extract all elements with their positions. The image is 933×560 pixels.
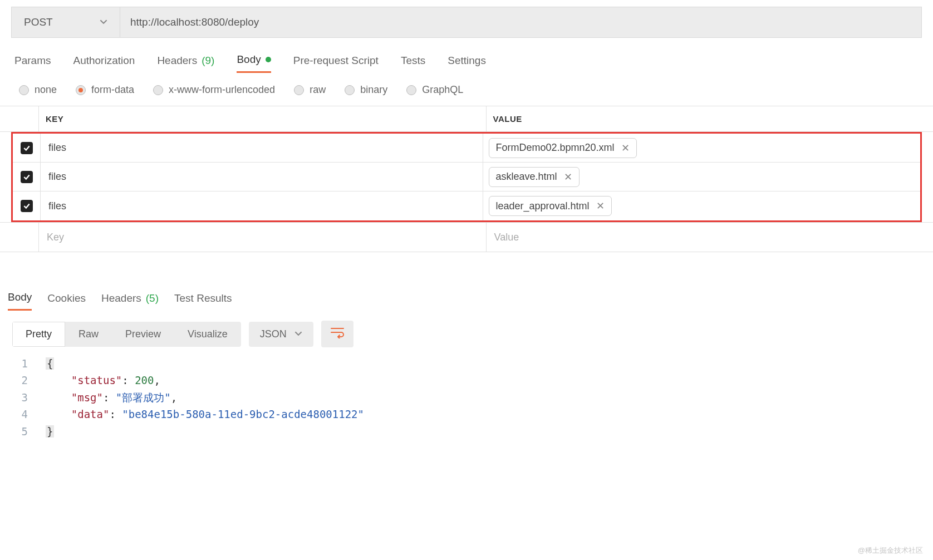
tab-authorization[interactable]: Authorization <box>73 53 135 73</box>
tab-params[interactable]: Params <box>14 53 51 73</box>
line-number: 5 <box>0 423 46 440</box>
tab-headers[interactable]: Headers (9) <box>157 53 214 73</box>
form-data-empty-row: Key Value <box>0 222 933 252</box>
tab-tests[interactable]: Tests <box>401 53 425 73</box>
response-format-select[interactable]: JSON <box>249 322 313 347</box>
row-value-cell: askleave.html ✕ <box>483 163 921 191</box>
checkmark-icon <box>21 171 33 183</box>
response-headers-count: (5) <box>146 292 159 304</box>
view-mode-group: Pretty Raw Preview Visualize <box>12 322 241 347</box>
row-checkbox[interactable] <box>13 163 41 191</box>
file-chip[interactable]: leader_approval.html ✕ <box>489 196 612 216</box>
form-data-row: files FormDemo02.bpmn20.xml ✕ <box>13 134 920 163</box>
response-tab-headers[interactable]: Headers (5) <box>101 291 159 311</box>
checkmark-icon <box>21 142 33 154</box>
view-pretty-button[interactable]: Pretty <box>12 322 65 347</box>
view-raw-button[interactable]: Raw <box>65 322 112 347</box>
file-name: FormDemo02.bpmn20.xml <box>496 142 615 154</box>
chevron-down-icon <box>100 16 107 28</box>
form-data-row: files leader_approval.html ✕ <box>13 191 920 220</box>
response-tabs: Body Cookies Headers (5) Test Results <box>0 252 933 311</box>
tab-settings[interactable]: Settings <box>448 53 486 73</box>
row-key-input[interactable]: files <box>41 191 483 220</box>
row-key-input[interactable]: files <box>41 163 483 191</box>
tab-pre-request-script[interactable]: Pre-request Script <box>293 53 379 73</box>
code-line: 4 "data": "be84e15b-580a-11ed-9bc2-acde4… <box>0 406 933 423</box>
code-line: 1 { <box>0 355 933 372</box>
response-tab-body[interactable]: Body <box>8 291 32 311</box>
radio-icon <box>153 85 163 95</box>
form-data-header: KEY VALUE <box>0 106 933 132</box>
line-number: 3 <box>0 389 46 406</box>
response-view-toolbar: Pretty Raw Preview Visualize JSON <box>0 311 933 353</box>
form-data-rows-highlight: files FormDemo02.bpmn20.xml ✕ files askl… <box>11 132 922 222</box>
remove-file-icon[interactable]: ✕ <box>596 200 605 212</box>
code-line: 5 } <box>0 423 933 440</box>
file-name: askleave.html <box>496 171 557 183</box>
code-line: 3 "msg": "部署成功", <box>0 389 933 406</box>
radio-icon <box>406 85 416 95</box>
line-number: 4 <box>0 406 46 423</box>
body-type-radios: none form-data x-www-form-urlencoded raw… <box>0 73 933 106</box>
response-tab-cookies[interactable]: Cookies <box>47 291 86 311</box>
body-indicator-dot-icon <box>266 57 271 62</box>
radio-icon <box>19 85 29 95</box>
empty-checkbox-col <box>0 223 39 252</box>
radio-graphql[interactable]: GraphQL <box>406 84 463 96</box>
request-url-input[interactable] <box>120 7 921 37</box>
http-method-label: POST <box>24 16 53 28</box>
file-chip[interactable]: FormDemo02.bpmn20.xml ✕ <box>489 138 637 158</box>
header-value-label: VALUE <box>487 106 934 131</box>
remove-file-icon[interactable]: ✕ <box>564 171 572 183</box>
row-checkbox[interactable] <box>13 134 41 162</box>
form-data-row: files askleave.html ✕ <box>13 163 920 191</box>
header-key-label: KEY <box>39 106 487 131</box>
response-tab-test-results[interactable]: Test Results <box>174 291 232 311</box>
remove-file-icon[interactable]: ✕ <box>621 142 630 154</box>
header-checkbox-col <box>0 106 39 131</box>
http-method-select[interactable]: POST <box>12 7 120 37</box>
radio-form-data[interactable]: form-data <box>76 84 134 96</box>
code-line: 2 "status": 200, <box>0 372 933 389</box>
empty-key-input[interactable]: Key <box>39 223 487 252</box>
tab-body[interactable]: Body <box>237 53 271 73</box>
view-preview-button[interactable]: Preview <box>112 322 174 347</box>
checkmark-icon <box>21 200 33 212</box>
line-number: 2 <box>0 372 46 389</box>
wrap-icon <box>330 327 345 341</box>
wrap-lines-button[interactable] <box>321 321 353 347</box>
file-chip[interactable]: askleave.html ✕ <box>489 167 580 187</box>
form-data-table: KEY VALUE <box>0 106 933 132</box>
row-value-cell: leader_approval.html ✕ <box>483 191 921 220</box>
radio-binary[interactable]: binary <box>345 84 387 96</box>
line-number: 1 <box>0 355 46 372</box>
radio-x-www-form-urlencoded[interactable]: x-www-form-urlencoded <box>153 84 275 96</box>
radio-icon <box>76 85 86 95</box>
view-visualize-button[interactable]: Visualize <box>174 322 241 347</box>
headers-count: (9) <box>202 55 214 67</box>
radio-icon <box>345 85 355 95</box>
radio-raw[interactable]: raw <box>294 84 326 96</box>
chevron-down-icon <box>294 328 302 340</box>
radio-none[interactable]: none <box>19 84 57 96</box>
response-body-code[interactable]: 1 { 2 "status": 200, 3 "msg": "部署成功", 4 … <box>0 353 933 440</box>
row-value-cell: FormDemo02.bpmn20.xml ✕ <box>483 134 921 162</box>
request-tabs: Params Authorization Headers (9) Body Pr… <box>0 38 933 73</box>
radio-icon <box>294 85 304 95</box>
file-name: leader_approval.html <box>496 200 590 212</box>
empty-value-input[interactable]: Value <box>487 223 934 252</box>
row-key-input[interactable]: files <box>41 134 483 162</box>
request-bar: POST <box>11 7 922 38</box>
row-checkbox[interactable] <box>13 191 41 220</box>
